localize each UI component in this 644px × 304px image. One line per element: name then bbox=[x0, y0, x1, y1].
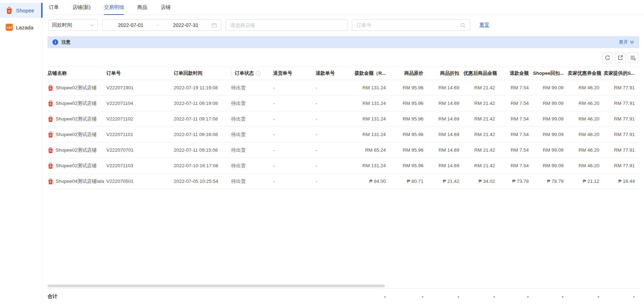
table-cell: 2022-07-11 09:15:08 bbox=[174, 147, 231, 153]
time-type-select[interactable]: 回款时间 bbox=[48, 19, 98, 31]
table-header: 店铺名称订单号订单回款时间订单状态i退货单号退款单号拨款金额（R...商品原价商… bbox=[48, 67, 639, 80]
double-chevron-down-icon bbox=[630, 40, 634, 44]
table-body: S Shopee02测试店铺V2220719012022-07-19 11:19… bbox=[48, 80, 639, 189]
date-from[interactable]: 2022-07-01 bbox=[107, 22, 155, 28]
order-no-field bbox=[352, 19, 470, 31]
table-cell: RM 14.69 bbox=[428, 147, 463, 153]
column-header: 卖家优惠券金额 bbox=[568, 70, 604, 77]
table-cell: 待出货 bbox=[231, 178, 273, 185]
table-cell: RM 14.69 bbox=[428, 163, 463, 168]
table-cell: RM 131.24 bbox=[352, 101, 390, 106]
shop-select-input[interactable] bbox=[230, 20, 343, 30]
table-cell: - bbox=[316, 101, 352, 106]
table-row: S Shopee02测试店铺V2220711012022-07-11 09:16… bbox=[48, 127, 639, 142]
footer-total-label: 合计 bbox=[48, 293, 106, 300]
table-cell: - bbox=[316, 116, 352, 122]
table-cell: RM 46.20 bbox=[568, 85, 604, 90]
export-button[interactable] bbox=[615, 52, 626, 63]
shop-name-cell: S Shopee02测试店铺 bbox=[48, 162, 106, 169]
shop-name-cell: S Shopee02测试店铺 bbox=[48, 84, 106, 91]
table-cell: RM 46.20 bbox=[568, 147, 604, 153]
reset-button[interactable]: 重置 bbox=[479, 22, 489, 28]
table-cell: V222071101 bbox=[106, 132, 174, 137]
footer-total-value: - bbox=[390, 294, 428, 299]
table-cell: RM 77.91 bbox=[604, 116, 639, 122]
expand-toggle[interactable]: 展开 bbox=[619, 39, 634, 45]
search-icon[interactable] bbox=[460, 23, 466, 28]
refresh-button[interactable] bbox=[602, 52, 613, 63]
table-cell: RM 14.69 bbox=[428, 101, 463, 106]
table-cell: - bbox=[273, 116, 316, 122]
svg-text:S: S bbox=[50, 180, 52, 184]
table-cell: RM 21.42 bbox=[463, 101, 499, 106]
table-toolbar bbox=[48, 52, 638, 63]
platform-sidebar: S Shopee LAZ Lazada bbox=[0, 0, 43, 304]
tab-shops-new[interactable]: 店铺(新) bbox=[72, 0, 90, 15]
tab-shops[interactable]: 店铺 bbox=[161, 0, 171, 15]
table-cell: 待出货 bbox=[231, 147, 273, 153]
sidebar-item-lazada[interactable]: LAZ Lazada bbox=[0, 20, 42, 35]
date-range-picker[interactable]: 2022-07-01 ~ 2022-07-31 bbox=[102, 19, 221, 31]
table-cell: - bbox=[316, 163, 352, 168]
tab-transaction-detail[interactable]: 交易明细 bbox=[104, 0, 124, 15]
table-cell: RM 99.09 bbox=[533, 116, 568, 122]
table-cell: RM 99.09 bbox=[533, 147, 568, 153]
notice-alert: i 注意 展开 bbox=[48, 36, 639, 48]
table-cell: - bbox=[273, 101, 316, 106]
calendar-icon bbox=[212, 23, 217, 28]
table-cell: ₱ 80.71 bbox=[390, 179, 428, 184]
table-cell: ₱ 84.00 bbox=[352, 179, 390, 184]
table-cell: RM 21.42 bbox=[463, 147, 499, 153]
app-window: S Shopee LAZ Lazada 订单 店铺(新) 交易明细 商品 店铺 … bbox=[0, 0, 644, 304]
shopee-icon: S bbox=[48, 147, 54, 153]
table-cell: - bbox=[316, 147, 352, 153]
table-cell: 待出货 bbox=[231, 163, 273, 169]
table-cell: RM 131.24 bbox=[352, 163, 390, 168]
table-cell: - bbox=[316, 85, 352, 90]
shopee-icon: S bbox=[48, 100, 54, 107]
table-cell: ₱ 16.44 bbox=[604, 179, 639, 184]
date-to[interactable]: 2022-07-31 bbox=[162, 22, 210, 28]
content-panel: i 注意 展开 bbox=[43, 35, 644, 304]
table-cell: V222071103 bbox=[106, 163, 174, 168]
sidebar-item-label: Lazada bbox=[16, 24, 33, 30]
column-header: Shopee回扣... bbox=[533, 70, 568, 77]
table-cell: ₱ 73.78 bbox=[499, 179, 533, 184]
shop-select-field bbox=[226, 19, 348, 31]
table-cell: 2022-07-10 16:17:08 bbox=[174, 163, 231, 168]
table-cell: RM 77.91 bbox=[604, 163, 639, 168]
svg-text:S: S bbox=[50, 149, 52, 152]
column-settings-icon bbox=[630, 55, 636, 61]
table-cell: RM 95.96 bbox=[390, 147, 428, 153]
tab-bar: 订单 店铺(新) 交易明细 商品 店铺 bbox=[43, 0, 644, 15]
table-row: S Shopee04测试店铺lalaV2220705012022-07-05 1… bbox=[48, 174, 639, 189]
sidebar-item-shopee[interactable]: S Shopee bbox=[0, 3, 42, 18]
column-header: 商品原价 bbox=[390, 70, 428, 77]
lazada-icon: LAZ bbox=[6, 24, 13, 31]
refresh-icon bbox=[605, 55, 610, 61]
table-cell: RM 65.24 bbox=[352, 147, 390, 153]
time-type-value: 回款时间 bbox=[52, 22, 72, 28]
table-cell: RM 95.96 bbox=[390, 116, 428, 122]
svg-text:S: S bbox=[50, 102, 52, 106]
shop-name-cell: S Shopee04测试店铺lala bbox=[48, 178, 106, 185]
table-cell: 待出货 bbox=[231, 131, 273, 138]
column-header: 拨款金额（R... bbox=[352, 70, 390, 77]
table-cell: RM 77.91 bbox=[604, 85, 639, 90]
table-cell: RM 21.42 bbox=[463, 85, 499, 90]
table-row: S Shopee02测试店铺V2220719012022-07-19 11:19… bbox=[48, 80, 639, 96]
order-no-input[interactable] bbox=[356, 20, 458, 30]
column-settings-button[interactable] bbox=[628, 52, 638, 63]
table-cell: RM 7.54 bbox=[499, 147, 533, 153]
table-cell: RM 21.42 bbox=[463, 132, 499, 137]
table-cell: 2022-07-11 09:16:08 bbox=[174, 132, 231, 137]
table-cell: - bbox=[316, 132, 352, 137]
tab-orders[interactable]: 订单 bbox=[49, 0, 59, 15]
table-footer: 合计-------- bbox=[48, 288, 639, 304]
sidebar-item-label: Shopee bbox=[16, 7, 34, 13]
svg-text:S: S bbox=[50, 87, 52, 90]
scrollbar-thumb[interactable] bbox=[48, 285, 385, 287]
tab-products[interactable]: 商品 bbox=[137, 0, 147, 15]
footer-total-value: - bbox=[463, 294, 499, 299]
table-cell: RM 95.96 bbox=[390, 132, 428, 137]
